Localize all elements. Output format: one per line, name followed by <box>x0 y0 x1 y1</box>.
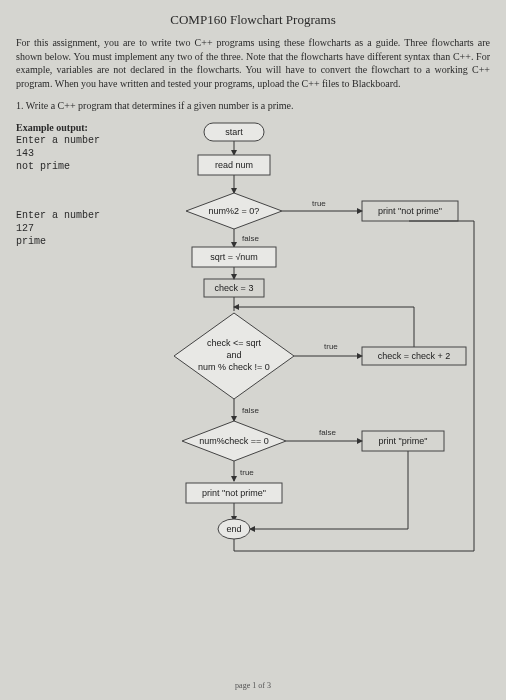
example-sidebar: Example output: Enter a number 143 not p… <box>16 121 126 284</box>
edge-mod2-false: false <box>242 234 259 243</box>
node-notprime-top: print "not prime" <box>378 206 442 216</box>
example-label: Example output: <box>16 121 126 134</box>
loop-l1: check <= sqrt <box>207 338 262 348</box>
loop-l3: num % check != 0 <box>198 362 270 372</box>
page-title: COMP160 Flowchart Programs <box>16 12 490 28</box>
content-layout: Example output: Enter a number 143 not p… <box>16 121 490 284</box>
example2-line1: Enter a number <box>16 209 126 222</box>
node-start: start <box>225 127 243 137</box>
node-mod2: num%2 = 0? <box>209 206 260 216</box>
example2-line3: prime <box>16 235 126 248</box>
node-notprime-bot: print "not prime" <box>202 488 266 498</box>
edge-modcheck-true: true <box>240 468 254 477</box>
edge-mod2-true: true <box>312 199 326 208</box>
intro-paragraph: For this assignment, you are to write tw… <box>16 36 490 90</box>
loop-l2: and <box>226 350 241 360</box>
node-check3: check = 3 <box>215 283 254 293</box>
page-footer: page 1 of 3 <box>0 681 506 690</box>
node-sqrt: sqrt = √num <box>210 252 258 262</box>
node-modcheck: num%check == 0 <box>199 436 269 446</box>
example1-line3: not prime <box>16 160 126 173</box>
example1-line1: Enter a number <box>16 134 126 147</box>
flowchart-svg: start read num num%2 = 0? true false pri… <box>134 121 494 621</box>
edge-loop-true: true <box>324 342 338 351</box>
node-incr: check = check + 2 <box>378 351 451 361</box>
node-end: end <box>226 524 241 534</box>
question-text: 1. Write a C++ program that determines i… <box>16 100 490 111</box>
node-read: read num <box>215 160 253 170</box>
flowchart-container: start read num num%2 = 0? true false pri… <box>134 121 490 284</box>
edge-modcheck-false: false <box>319 428 336 437</box>
example2-line2: 127 <box>16 222 126 235</box>
node-printprime: print "prime" <box>379 436 428 446</box>
edge-loop-false: false <box>242 406 259 415</box>
example1-line2: 143 <box>16 147 126 160</box>
